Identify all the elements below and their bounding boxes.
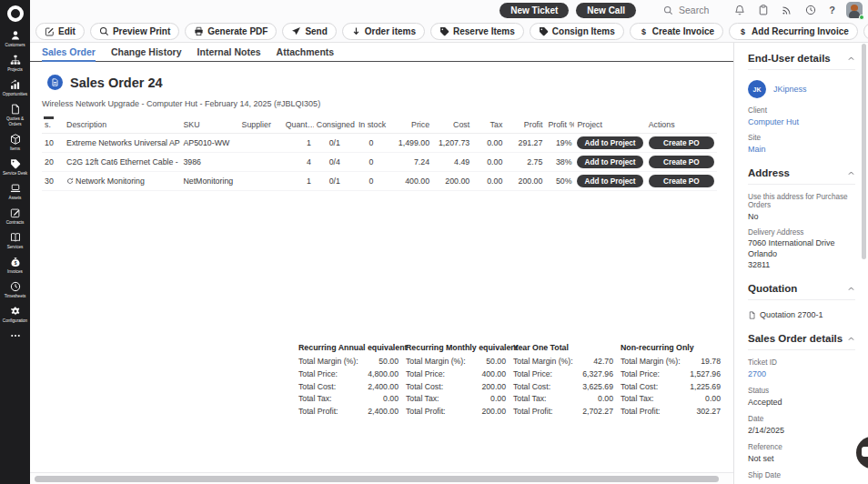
sidebar-item-configuration[interactable]: Configuration <box>0 306 30 324</box>
toolbar-button-add-recurring-invoice[interactable]: $Add Recurring Invoice <box>729 23 858 40</box>
rss-icon[interactable] <box>782 5 792 15</box>
toolbar-button-consign-items[interactable]: Consign Items <box>530 23 624 40</box>
details-sidebar: End-User details JK JKipness Client Comp… <box>733 43 868 484</box>
column-header-supplier[interactable]: Supplier <box>239 116 283 134</box>
tab-attachments[interactable]: Attachments <box>277 43 335 62</box>
history-clock-icon[interactable] <box>805 5 816 15</box>
toolbar-button-edit[interactable]: Edit <box>35 23 85 40</box>
column-header-quant[interactable]: Quant… <box>283 116 314 134</box>
totals-group-year-one-total: Year One TotalTotal Margin (%):42.70Tota… <box>513 343 613 418</box>
refresh-icon <box>66 177 74 185</box>
horizontal-scrollbar-thumb[interactable] <box>35 476 719 482</box>
sidebar-item-more[interactable] <box>0 330 30 341</box>
sidebar-item-items[interactable]: Items <box>0 134 30 152</box>
section-title: Address <box>748 167 790 178</box>
detail-field-ticket-id: Ticket ID2700 <box>748 358 855 378</box>
totals-row-value: 3,625.69 <box>582 381 613 394</box>
help-icon[interactable]: ? <box>829 5 835 15</box>
toolbar-button-label: Edit <box>58 26 76 36</box>
toolbar-button-order-items[interactable]: Order items <box>342 23 425 40</box>
section-header-address: Address <box>748 167 855 178</box>
chevron-up-icon[interactable] <box>847 169 855 177</box>
tab-sales-order[interactable]: Sales Order <box>42 43 96 62</box>
field-label: Date <box>748 415 855 423</box>
column-header-tax[interactable]: Tax <box>472 116 505 134</box>
column-header-price[interactable]: Price <box>387 116 432 134</box>
chevron-up-icon[interactable] <box>847 285 855 293</box>
sidebar-item-contracts[interactable]: Contracts <box>0 207 30 226</box>
sidebar-item-opportunities[interactable]: Opportunities <box>0 79 30 97</box>
vertical-scrollbar-thumb[interactable] <box>862 44 866 259</box>
column-header-sku[interactable]: SKU <box>180 116 238 134</box>
new-ticket-button[interactable]: New Ticket <box>500 3 569 18</box>
sidebar-item-quotes-orders[interactable]: Quotes & Orders <box>0 104 30 127</box>
sidebar-item-services[interactable]: Services <box>0 232 30 250</box>
toolbar-button-preview-print[interactable]: Preview Print <box>90 23 179 40</box>
column-header-in-stock[interactable]: In stock <box>356 116 387 134</box>
toolbar-button-send[interactable]: Send <box>282 23 336 40</box>
cell-tax: 0.00 <box>472 153 505 172</box>
add-to-project-button[interactable]: Add to Project <box>577 156 642 168</box>
sidebar-item-projects[interactable]: Projects <box>0 55 30 73</box>
toolbar-button-reserve-items[interactable]: Reserve Items <box>430 23 524 40</box>
sidebar-item-customers[interactable]: Customers <box>0 30 30 48</box>
app-logo-icon[interactable] <box>7 5 24 22</box>
order-subtitle: Wireless Network Upgrade - Computer Hut … <box>42 99 733 108</box>
sidebar-item-label: Configuration <box>2 318 28 324</box>
create-po-button[interactable]: Create PO <box>649 156 714 168</box>
sidebar-item-assets[interactable]: Assets <box>0 183 30 201</box>
section-title: Quotation <box>748 283 797 294</box>
new-call-button[interactable]: New Call <box>576 3 636 18</box>
sidebar-item-invoices[interactable]: $Invoices <box>0 257 30 275</box>
add-to-project-button[interactable]: Add to Project <box>577 136 642 149</box>
section-header-quotation: Quotation <box>748 283 855 294</box>
toolbar-button-create-invoice[interactable]: $Create Invoice <box>630 23 723 40</box>
client-link[interactable]: Computer Hut <box>748 117 855 126</box>
site-link[interactable]: Main <box>748 145 855 154</box>
delivery-address-line: Orlando <box>748 249 855 258</box>
sidebar-item-label: Services <box>6 245 25 250</box>
totals-group-recurring-monthly-equivalent: Recurring Monthly equivalentTotal Margin… <box>406 343 506 418</box>
user-avatar-initials[interactable]: JK <box>748 80 766 98</box>
horizontal-scrollbar[interactable] <box>30 472 733 484</box>
column-header-description[interactable]: Description <box>64 116 180 134</box>
totals-row-label: Total Profit: <box>298 406 338 418</box>
toolbar-button-generate-pdf[interactable]: Generate PDF <box>185 23 277 40</box>
column-header-s[interactable]: s. <box>42 116 64 134</box>
add-to-project-button[interactable]: Add to Project <box>577 175 642 187</box>
cell-sequence: 10 <box>42 134 64 153</box>
field-label: Ship Date <box>748 471 855 479</box>
column-header-profit[interactable]: Profit % <box>545 116 574 134</box>
totals-row-value: 1,527.96 <box>690 368 721 381</box>
create-po-button[interactable]: Create PO <box>649 136 714 149</box>
tab-internal-notes[interactable]: Internal Notes <box>197 43 261 62</box>
toolbar-button-clone[interactable]: Clone <box>863 23 868 40</box>
table-row[interactable]: 10Extreme Networks Universal AP5010-WW T… <box>42 134 717 153</box>
chevron-up-icon[interactable] <box>847 335 855 343</box>
quotation-link[interactable]: Quotation 2700-1 <box>748 310 855 319</box>
table-row[interactable]: 20C2G 12ft Cat6 Ethernet Cable - Snagles… <box>42 153 717 172</box>
user-avatar[interactable] <box>846 2 863 18</box>
page-title: Sales Order 24 <box>70 76 163 90</box>
tab-change-history[interactable]: Change History <box>111 43 182 62</box>
column-header-profit[interactable]: Profit <box>505 116 545 134</box>
bell-icon[interactable] <box>734 5 745 15</box>
end-user-link[interactable]: JKipness <box>773 85 807 94</box>
column-header-consigned[interactable]: Consigned <box>314 116 356 134</box>
app-sidebar: CustomersProjectsOpportunitiesQuotes & O… <box>0 0 30 484</box>
po-address-label: Use this address for Purchase Orders <box>748 193 855 209</box>
column-header-actions[interactable]: Actions <box>646 116 717 134</box>
cell-in-stock: 0 <box>356 153 387 172</box>
totals-row-label: Total Margin (%): <box>513 356 573 368</box>
table-row[interactable]: 30Network MonitoringNetMonitoring10/1040… <box>42 172 717 191</box>
field-value[interactable]: 2700 <box>748 369 855 378</box>
clipboard-icon[interactable] <box>758 5 769 15</box>
create-po-button[interactable]: Create PO <box>649 175 714 187</box>
chevron-up-icon[interactable] <box>847 55 855 63</box>
search-button[interactable]: Search <box>663 5 709 15</box>
column-header-cost[interactable]: Cost <box>432 116 472 134</box>
sidebar-item-service-desk[interactable]: Service Desk <box>0 158 30 176</box>
column-header-project[interactable]: Project <box>574 116 645 134</box>
cell-supplier <box>239 153 283 172</box>
sidebar-item-timesheets[interactable]: Timesheets <box>0 281 30 299</box>
